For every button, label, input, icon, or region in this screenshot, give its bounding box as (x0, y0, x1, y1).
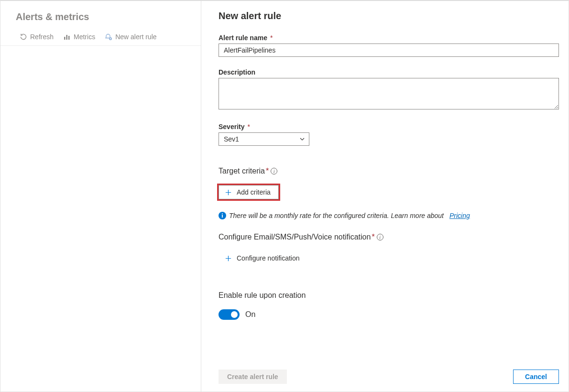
info-icon[interactable]: i (377, 234, 383, 240)
svg-rect-0 (64, 37, 66, 40)
info-icon[interactable]: i (271, 168, 277, 174)
plus-icon (225, 189, 232, 196)
info-badge-icon: i (219, 212, 226, 219)
alert-rule-name-input[interactable] (219, 44, 559, 57)
refresh-label: Refresh (30, 33, 54, 41)
new-alert-rule-label: New alert rule (115, 33, 156, 41)
severity-value: Sev1 (224, 135, 239, 143)
add-criteria-label: Add criteria (237, 188, 271, 196)
enable-rule-heading: Enable rule upon creation (219, 291, 559, 300)
add-criteria-button[interactable]: Add criteria (219, 185, 279, 199)
refresh-icon (20, 33, 27, 41)
toggle-state-label: On (245, 310, 255, 319)
configure-notification-button[interactable]: Configure notification (219, 251, 308, 265)
left-toolbar: Refresh Metrics New alert rule (0, 29, 201, 46)
right-panel: New alert rule Alert rule name* Descript… (201, 1, 569, 392)
pricing-link[interactable]: Pricing (449, 212, 470, 219)
alert-add-icon (105, 33, 112, 41)
left-panel: Alerts & metrics Refresh Metrics (0, 1, 201, 392)
chevron-down-icon (299, 136, 305, 142)
description-textarea[interactable] (219, 78, 559, 109)
required-mark: * (266, 167, 269, 175)
required-mark: * (372, 233, 374, 241)
required-mark: * (270, 34, 273, 42)
bar-chart-icon (63, 33, 71, 41)
left-panel-title: Alerts & metrics (0, 9, 201, 29)
enable-rule-toggle[interactable] (219, 309, 240, 320)
metrics-button[interactable]: Metrics (63, 33, 95, 41)
page-title: New alert rule (219, 11, 559, 22)
svg-rect-1 (66, 35, 68, 40)
new-alert-rule-button[interactable]: New alert rule (105, 33, 156, 41)
metrics-label: Metrics (74, 33, 95, 41)
toggle-knob (231, 311, 238, 318)
pricing-note: i There will be a monthly rate for the c… (219, 212, 559, 219)
severity-label: Severity* (219, 123, 559, 131)
configure-notification-heading: Configure Email/SMS/Push/Voice notificat… (219, 233, 559, 241)
severity-select[interactable]: Sev1 (219, 132, 309, 146)
footer-bar: Create alert rule Cancel (201, 365, 569, 392)
alert-rule-name-label: Alert rule name* (219, 34, 559, 42)
description-label: Description (219, 68, 559, 76)
plus-icon (225, 255, 232, 262)
refresh-button[interactable]: Refresh (20, 33, 54, 41)
cancel-button[interactable]: Cancel (513, 370, 559, 384)
configure-notification-label: Configure notification (237, 254, 300, 262)
target-criteria-heading: Target criteria* i (219, 167, 559, 175)
svg-rect-2 (68, 36, 70, 40)
required-mark: * (247, 123, 250, 131)
create-alert-rule-button[interactable]: Create alert rule (219, 370, 287, 384)
